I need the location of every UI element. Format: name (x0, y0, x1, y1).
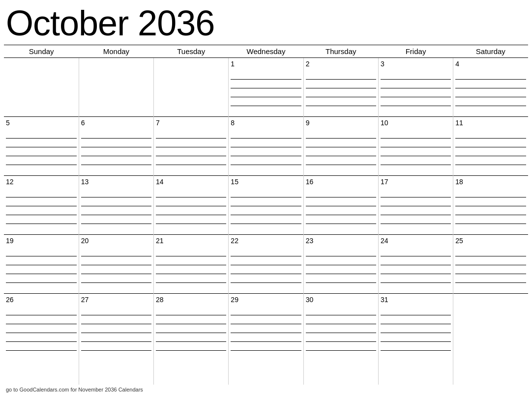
week-row-5: 262728293031 (4, 294, 528, 385)
writing-line (306, 156, 376, 165)
footer-text: go to GoodCalendars.com for November 203… (4, 385, 528, 393)
writing-line (455, 206, 526, 215)
lines-container (81, 189, 151, 224)
day-cell-15: 15 (229, 176, 303, 235)
writing-line (156, 206, 226, 215)
day-number-6: 6 (81, 119, 151, 127)
writing-line (306, 265, 376, 274)
day-number-15: 15 (231, 178, 301, 186)
day-cell-11: 11 (453, 117, 528, 176)
writing-line (156, 315, 226, 324)
day-number-31: 31 (381, 296, 451, 304)
writing-line (81, 274, 151, 283)
day-cell-5: 5 (4, 117, 79, 176)
day-cell-21: 21 (154, 235, 229, 294)
day-cell-17: 17 (378, 176, 453, 235)
lines-container (6, 248, 77, 283)
writing-line (306, 139, 376, 147)
writing-line (231, 274, 301, 283)
lines-container (455, 248, 526, 283)
writing-line (81, 197, 151, 206)
day-cell-31: 31 (378, 294, 453, 385)
lines-container (306, 248, 376, 283)
writing-line (306, 147, 376, 156)
day-cell-10: 10 (378, 117, 453, 176)
writing-line (306, 80, 376, 88)
lines-container (156, 189, 226, 224)
calendar-container: October 2036 SundayMondayTuesdayWednesda… (0, 0, 532, 393)
day-cell-19: 19 (4, 235, 79, 294)
day-number-25: 25 (455, 237, 526, 245)
day-header-monday: Monday (79, 45, 153, 58)
writing-line (455, 139, 526, 147)
writing-line (381, 215, 451, 224)
writing-line (455, 88, 526, 97)
day-header-friday: Friday (378, 45, 453, 58)
writing-line (231, 248, 301, 256)
writing-line (6, 215, 77, 224)
writing-line (6, 248, 77, 256)
lines-container (231, 71, 301, 106)
writing-line (231, 139, 301, 147)
writing-line (81, 215, 151, 224)
day-cell-24: 24 (378, 235, 453, 294)
day-cell-6: 6 (79, 117, 153, 176)
writing-line (455, 256, 526, 265)
empty-cell (154, 58, 229, 117)
lines-container (381, 71, 451, 106)
day-cell-1: 1 (229, 58, 303, 117)
lines-container (6, 307, 77, 351)
writing-line (81, 342, 151, 351)
day-number-27: 27 (81, 296, 151, 304)
writing-line (231, 333, 301, 342)
writing-line (381, 80, 451, 88)
writing-line (81, 307, 151, 315)
writing-line (156, 342, 226, 351)
writing-line (156, 274, 226, 283)
writing-line (381, 88, 451, 97)
writing-line (156, 156, 226, 165)
day-cell-27: 27 (79, 294, 153, 385)
day-number-4: 4 (455, 60, 526, 68)
day-number-2: 2 (306, 60, 376, 68)
writing-line (81, 206, 151, 215)
writing-line (306, 315, 376, 324)
day-number-28: 28 (156, 296, 226, 304)
lines-container (306, 71, 376, 106)
day-number-3: 3 (381, 60, 451, 68)
day-cell-18: 18 (453, 176, 528, 235)
lines-container (6, 130, 77, 165)
calendar-grid: SundayMondayTuesdayWednesdayThursdayFrid… (4, 45, 528, 385)
day-header-wednesday: Wednesday (229, 45, 303, 58)
writing-line (381, 147, 451, 156)
lines-container (231, 130, 301, 165)
writing-line (381, 265, 451, 274)
writing-line (231, 156, 301, 165)
day-cell-8: 8 (229, 117, 303, 176)
writing-line (6, 139, 77, 147)
day-number-18: 18 (455, 178, 526, 186)
writing-line (6, 274, 77, 283)
day-cell-25: 25 (453, 235, 528, 294)
writing-line (156, 147, 226, 156)
day-number-21: 21 (156, 237, 226, 245)
writing-line (156, 139, 226, 147)
writing-line (6, 256, 77, 265)
writing-line (6, 333, 77, 342)
writing-line (455, 147, 526, 156)
writing-line (306, 342, 376, 351)
day-number-19: 19 (6, 237, 77, 245)
day-number-20: 20 (81, 237, 151, 245)
writing-line (381, 197, 451, 206)
day-number-11: 11 (455, 119, 526, 127)
lines-container (6, 189, 77, 224)
writing-line (381, 342, 451, 351)
lines-container (381, 248, 451, 283)
writing-line (6, 315, 77, 324)
empty-cell (453, 294, 528, 385)
day-number-24: 24 (381, 237, 451, 245)
writing-line (455, 197, 526, 206)
writing-line (306, 197, 376, 206)
writing-line (306, 274, 376, 283)
writing-line (306, 189, 376, 197)
